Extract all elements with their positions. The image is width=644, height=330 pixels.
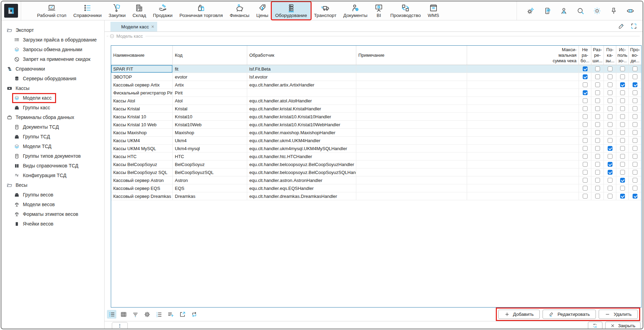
cell-max-sum[interactable] (467, 89, 579, 97)
cell-note[interactable] (356, 184, 467, 192)
brightness-icon[interactable] (593, 7, 601, 15)
menu-item-warehouse[interactable]: Склад (129, 2, 150, 19)
checkbox-ispolzo[interactable] (620, 146, 625, 151)
cell-code[interactable]: BelCoopSoyuz (173, 161, 247, 168)
cell-name[interactable]: Кассы Kristal (111, 105, 173, 112)
column-header-name[interactable]: Наименование (111, 46, 173, 65)
grid-view-button[interactable] (119, 310, 128, 319)
checkbox-pokazy[interactable] (608, 130, 612, 135)
checkbox-razreshi[interactable] (595, 170, 600, 175)
checkbox-razreshi[interactable] (595, 186, 600, 191)
checkbox-razreshi[interactable] (595, 66, 600, 71)
checkbox-razreshi[interactable] (595, 114, 600, 119)
checkbox-pokazy[interactable] (608, 122, 612, 127)
menu-item-sales[interactable]: Продажи (150, 2, 176, 19)
checkbox-ispolzo[interactable] (620, 138, 625, 143)
checkbox-ne-rabo[interactable] (583, 146, 588, 151)
table-row[interactable]: Кассовый сервер AstronAstronequ.clt.hand… (111, 176, 641, 184)
checkbox-pokazy[interactable] (608, 106, 612, 111)
checkbox-provodi[interactable] (633, 162, 637, 167)
menu-item-production[interactable]: Производство (387, 2, 424, 19)
cell-code[interactable]: evotor (173, 73, 247, 81)
checkbox-provodi[interactable] (633, 122, 637, 127)
checkbox-razreshi[interactable] (595, 178, 600, 183)
checkbox-ispolzo[interactable] (620, 66, 625, 71)
checkbox-razreshi[interactable] (595, 98, 600, 103)
cell-max-sum[interactable] (467, 184, 579, 192)
menu-item-documents[interactable]: Документы (340, 2, 371, 19)
cell-max-sum[interactable] (467, 113, 579, 120)
visibility-icon[interactable] (626, 7, 634, 15)
checkbox-ispolzo[interactable] (620, 122, 625, 127)
cell-code[interactable]: BelCoopSoyuzSQL (173, 168, 247, 176)
checkbox-ne-rabo[interactable] (583, 178, 588, 183)
cell-handler[interactable]: equ.clt.handler.belcoopsoyuz.BelCoopSoyu… (247, 161, 356, 168)
checkbox-pokazy[interactable] (608, 186, 612, 191)
table-row[interactable]: Кассы Kristal 10 WebKristal10Webequ.clt.… (111, 121, 641, 129)
checkbox-ispolzo[interactable] (620, 74, 625, 79)
table-row[interactable]: Фискальный регистратор PiritPirit (111, 89, 641, 97)
cell-name[interactable]: Кассы Maxishop (111, 129, 173, 136)
cell-code[interactable]: Kristal10Web (173, 121, 247, 128)
cell-code[interactable]: Astron (173, 176, 247, 184)
sidebar-item-exchange-requests[interactable]: Запросы обмена данными (1, 45, 104, 54)
checkbox-pokazy[interactable] (608, 114, 612, 119)
cell-code[interactable]: HTC (173, 153, 247, 160)
table-row[interactable]: SPAR FITfitlsf.Fit.Beta (111, 65, 641, 73)
checkbox-pokazy[interactable] (608, 98, 612, 103)
table-row[interactable]: Кассы AtolAtolequ.clt.handler.atol.AtolH… (111, 97, 641, 105)
cell-note[interactable] (356, 105, 467, 112)
checkbox-razreshi[interactable] (595, 106, 600, 111)
cell-name[interactable]: Кассовый сервер EQS (111, 184, 173, 192)
cell-note[interactable] (356, 145, 467, 152)
cell-code[interactable]: Ukm4 (173, 137, 247, 144)
sidebar-item-cash-models[interactable]: Модели касс (1, 93, 104, 103)
checkbox-provodi[interactable] (633, 138, 637, 143)
cell-note[interactable] (356, 113, 467, 120)
cell-handler[interactable] (247, 89, 356, 97)
cell-handler[interactable]: equ.clt.handler.kristal.KristalHandler (247, 105, 356, 112)
column-header-handler[interactable]: Обработчик (247, 46, 356, 65)
cell-code[interactable]: Atol (173, 97, 247, 104)
checkbox-provodi[interactable] (633, 74, 637, 79)
sidebar-item-cash-groups[interactable]: Группы касс (1, 103, 104, 112)
sidebar-item-doc-type-groups[interactable]: Группы типов документов (1, 151, 104, 161)
cell-note[interactable] (356, 161, 467, 168)
checkbox-ispolzo[interactable] (620, 106, 625, 111)
cell-handler[interactable]: equ.clt.handler.dreamkas.DreamkasHandler (247, 192, 356, 200)
checkbox-razreshi[interactable] (595, 194, 600, 199)
column-header-code[interactable]: Код (173, 46, 247, 65)
cell-note[interactable] (356, 137, 467, 144)
cell-handler[interactable]: lsf.Fit.Beta (247, 65, 356, 73)
cell-handler[interactable]: equ.clt.handler.kristal10.Kristal10WebHa… (247, 121, 356, 128)
sidebar-item-scales-cells[interactable]: Ячейки весов (1, 219, 104, 229)
checkbox-razreshi[interactable] (595, 122, 600, 127)
close-button[interactable]: Закрыть (605, 322, 641, 329)
cell-handler[interactable]: equ.clt.handler.astron.AstronHandler (247, 176, 356, 184)
checkbox-provodi[interactable] (633, 194, 637, 199)
table-row[interactable]: Кассовый сервер DreamkasDreamkasequ.clt.… (111, 192, 641, 200)
checkbox-ispolzo[interactable] (620, 98, 625, 103)
numbered-list-button[interactable]: 123 (154, 310, 163, 319)
checkbox-ispolzo[interactable] (620, 162, 625, 167)
checkbox-razreshi[interactable] (595, 90, 600, 95)
cell-max-sum[interactable] (467, 129, 579, 136)
checkbox-pokazy[interactable] (608, 66, 612, 71)
cell-note[interactable] (356, 129, 467, 136)
checkbox-ispolzo[interactable] (620, 154, 625, 159)
checkbox-ne-rabo[interactable] (583, 74, 588, 79)
cell-note[interactable] (356, 73, 467, 81)
cell-handler[interactable]: lsf.evotor (247, 73, 356, 81)
grid-settings-button[interactable] (142, 310, 152, 319)
sidebar-item-export[interactable]: Экспорт (1, 25, 104, 35)
sidebar-item-discount-ban[interactable]: Запрет на применение скидок (1, 54, 104, 64)
checkbox-ne-rabo[interactable] (583, 106, 588, 111)
user-icon[interactable] (560, 7, 568, 15)
checkbox-razreshi[interactable] (595, 146, 600, 151)
cell-max-sum[interactable] (467, 81, 579, 89)
column-header-note[interactable]: Примечание (356, 46, 467, 65)
column-header-provodi[interactable]: Про- во- ди... (629, 46, 642, 65)
table-row[interactable]: Кассы KristalKristalequ.clt.handler.kris… (111, 105, 641, 113)
checkbox-ne-rabo[interactable] (583, 90, 588, 95)
sidebar-item-scales[interactable]: Весы (1, 180, 104, 190)
